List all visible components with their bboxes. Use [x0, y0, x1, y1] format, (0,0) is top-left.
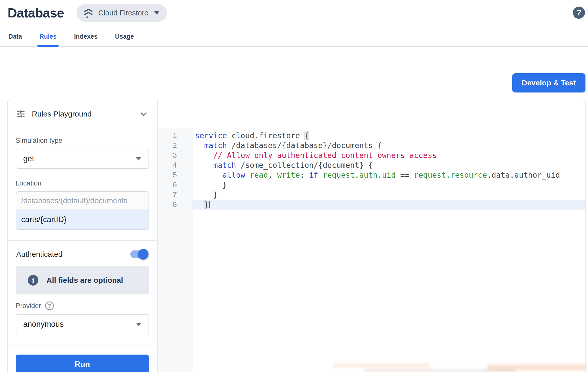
provider-label: Provider: [16, 302, 41, 310]
authenticated-label: Authenticated: [16, 250, 62, 259]
location-label: Location: [16, 179, 149, 187]
line-number: 3: [158, 150, 192, 160]
code-line-3[interactable]: // Allow only authenticated content owne…: [192, 150, 585, 160]
info-banner: i All fields are optional: [16, 266, 149, 294]
editor-body: 12345678 service cloud.firestore { match…: [158, 128, 585, 372]
info-banner-text: All fields are optional: [46, 276, 123, 285]
tab-indexes[interactable]: Indexes: [74, 29, 98, 46]
tab-data[interactable]: Data: [8, 29, 22, 46]
tab-rules[interactable]: Rules: [39, 29, 57, 46]
location-input[interactable]: carts/{cartID}: [16, 210, 149, 229]
product-switcher-chip[interactable]: Cloud Firestore: [77, 4, 167, 22]
help-icon[interactable]: ?: [573, 7, 585, 19]
develop-test-button[interactable]: Develop & Test: [512, 73, 586, 92]
provider-help-icon[interactable]: ?: [45, 301, 54, 310]
run-section: Run Want to develop and debug your rules…: [8, 345, 157, 372]
code-lines[interactable]: service cloud.firestore { match /databas…: [192, 128, 585, 372]
gutter: 12345678: [158, 128, 192, 372]
auth-section: Authenticated i All fields are optional …: [8, 241, 157, 345]
rules-playground-panel: Rules Playground Simulation type get Loc…: [8, 100, 158, 372]
info-icon: i: [28, 275, 38, 286]
authenticated-toggle[interactable]: [130, 250, 147, 258]
line-number: 2: [158, 141, 192, 150]
code-line-5[interactable]: allow read, write: if request.auth.uid =…: [192, 170, 585, 180]
page-title: Database: [8, 5, 64, 20]
playground-title: Rules Playground: [32, 110, 139, 118]
location-field: /databases/(default)/documents carts/{ca…: [16, 191, 149, 230]
code-line-6[interactable]: }: [192, 180, 585, 190]
chevron-down-icon: [154, 11, 159, 14]
run-button[interactable]: Run: [16, 355, 149, 372]
code-line-7[interactable]: }: [192, 190, 585, 200]
line-number: 6: [158, 180, 192, 190]
tune-icon: [16, 109, 25, 119]
toggle-thumb: [138, 249, 149, 260]
dropdown-caret-icon: [136, 157, 141, 160]
provider-select[interactable]: anonymous: [16, 314, 149, 334]
code-line-2[interactable]: match /databases/{database}/documents {: [192, 141, 585, 150]
rules-card: Rules Playground Simulation type get Loc…: [7, 100, 586, 372]
line-number: 1: [158, 131, 192, 141]
provider-value: anonymous: [23, 320, 64, 329]
simulation-type-select[interactable]: get: [16, 149, 149, 169]
simulation-type-value: get: [23, 154, 34, 163]
editor-toolbar: [158, 100, 585, 128]
rules-editor-panel: 12345678 service cloud.firestore { match…: [158, 100, 585, 372]
line-number: 5: [158, 170, 192, 180]
code-line-8[interactable]: }: [192, 200, 585, 210]
playground-header[interactable]: Rules Playground: [8, 100, 157, 128]
firestore-icon: [83, 8, 94, 18]
line-number: 4: [158, 160, 192, 170]
tab-usage[interactable]: Usage: [114, 29, 134, 46]
code-line-4[interactable]: match /some_collection/{document} {: [192, 160, 585, 170]
tab-bar: Data Rules Indexes Usage: [0, 29, 588, 47]
collapse-chevron-icon[interactable]: [139, 110, 148, 118]
dropdown-caret-icon: [136, 323, 141, 326]
location-placeholder[interactable]: /databases/(default)/documents: [16, 192, 149, 210]
firestore-rules-page: Database Cloud Firestore ? Data Rules In…: [0, 0, 588, 372]
code-line-1[interactable]: service cloud.firestore {: [192, 131, 585, 141]
header: Database Cloud Firestore ?: [0, 0, 588, 22]
simulation-section: Simulation type get Location /databases/…: [8, 128, 157, 241]
line-number: 7: [158, 190, 192, 200]
line-number: 8: [158, 200, 192, 210]
simulation-type-label: Simulation type: [16, 137, 149, 145]
product-chip-label: Cloud Firestore: [98, 9, 148, 17]
